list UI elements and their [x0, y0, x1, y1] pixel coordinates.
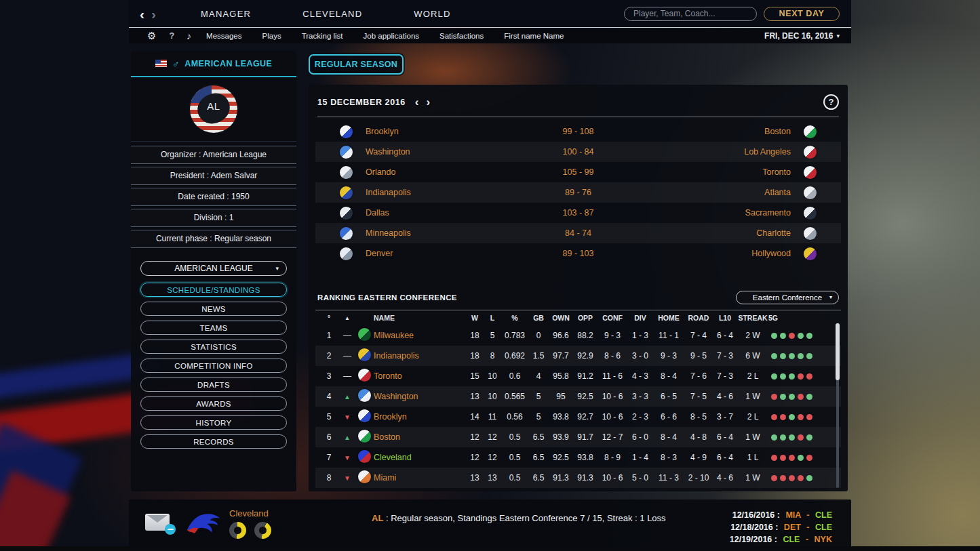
- messages-envelope-icon[interactable]: [145, 514, 170, 531]
- result-row[interactable]: Washington 100 - 84 Lob Angeles: [315, 142, 841, 162]
- usa-flag-icon: [155, 60, 167, 67]
- menu-item[interactable]: First name Name: [504, 32, 564, 40]
- next-day-button[interactable]: NEXT DAY: [764, 7, 840, 21]
- sidebar-menu-button[interactable]: SCHEDULE/STANDINGS: [140, 283, 287, 297]
- col-w[interactable]: W: [466, 314, 484, 322]
- current-date-label: FRI, DEC 16, 2016: [764, 31, 833, 41]
- sidebar-menu-button[interactable]: DRAFTS: [140, 377, 287, 392]
- search-input[interactable]: [624, 7, 757, 21]
- cleveland-team-logo[interactable]: [184, 510, 222, 538]
- settings-gear-icon[interactable]: ⚙: [147, 30, 156, 42]
- sidebar-menu-button[interactable]: RECORDS: [140, 434, 287, 449]
- trend-icon: ▼: [340, 413, 355, 421]
- game-result-dot: [798, 455, 804, 461]
- prev-day-icon[interactable]: ‹: [415, 96, 419, 108]
- sidebar-menu-button[interactable]: TEAMS: [140, 321, 287, 335]
- sidebar-menu-button[interactable]: AWARDS: [140, 396, 287, 411]
- standings-row[interactable]: 1 — Milwaukee 18 5 0.783 0 96.6 88.2 9 -…: [315, 325, 841, 346]
- sidebar-menu-button[interactable]: COMPETITION INFO: [140, 359, 287, 373]
- standings-row[interactable]: 4 ▲ Washington 13 10 0.565 5 95 92.5 10 …: [315, 386, 841, 407]
- col-pct[interactable]: %: [501, 314, 528, 322]
- cell-name: Miami: [374, 473, 466, 483]
- result-row[interactable]: Indianapolis 89 - 76 Atlanta: [315, 182, 841, 203]
- game-result-dot: [789, 455, 795, 461]
- nav-back-icon[interactable]: ‹: [140, 7, 144, 21]
- cell-home: 6 - 6: [653, 412, 684, 422]
- nav-forward-icon[interactable]: ›: [151, 7, 156, 21]
- col-opp[interactable]: OPP: [573, 314, 597, 322]
- last5-dots: [768, 455, 825, 461]
- cell-home: 9 - 3: [653, 351, 684, 361]
- col-l[interactable]: L: [484, 314, 501, 322]
- help-icon[interactable]: ?: [169, 31, 174, 41]
- scrollbar-thumb[interactable]: [836, 323, 840, 380]
- help-circle-icon[interactable]: ?: [823, 94, 839, 110]
- sidebar-menu: SCHEDULE/STANDINGS NEWS TEAMS STATISTICS…: [131, 283, 296, 449]
- cell-rank: 2: [318, 351, 340, 361]
- trend-icon: ▼: [340, 454, 355, 462]
- game-result-dot: [780, 455, 786, 461]
- game-result-dot: [771, 475, 777, 481]
- game-result-dot: [798, 333, 804, 339]
- col-gb[interactable]: GB: [528, 314, 549, 322]
- tab-regular-season[interactable]: REGULAR SEASON: [309, 54, 404, 75]
- top-tab[interactable]: MANAGER: [201, 9, 251, 19]
- menu-item[interactable]: Messages: [206, 32, 241, 40]
- result-row[interactable]: Denver 89 - 103 Hollywood: [315, 243, 841, 264]
- cell-pct: 0.56: [501, 412, 528, 422]
- standings-scrollbar[interactable]: [836, 323, 839, 488]
- sidebar-menu-button[interactable]: STATISTICS: [140, 340, 287, 354]
- upcoming-game-team: CLE: [815, 510, 832, 520]
- cell-own: 95.8: [549, 371, 573, 381]
- menu-item[interactable]: Plays: [262, 32, 281, 40]
- col-5g[interactable]: 5G: [768, 314, 825, 322]
- menu-item[interactable]: Satisfactions: [439, 32, 484, 40]
- chevron-down-icon: ▾: [829, 295, 832, 300]
- next-day-icon[interactable]: ›: [426, 96, 430, 108]
- game-result-dot: [780, 475, 786, 481]
- gauge-donut[interactable]: [254, 522, 271, 539]
- col-road[interactable]: ROAD: [684, 314, 713, 322]
- conference-select-value: Eastern Conference: [753, 293, 822, 302]
- league-select[interactable]: AMERICAN LEAGUE ▾: [140, 261, 287, 276]
- col-name[interactable]: NAME: [374, 314, 466, 322]
- col-streak[interactable]: STREAK: [737, 314, 768, 322]
- top-tab[interactable]: CLEVELAND: [302, 9, 362, 19]
- sidebar-menu-button[interactable]: NEWS: [140, 302, 287, 316]
- menu-item[interactable]: Job applications: [364, 32, 419, 40]
- current-date[interactable]: FRI, DEC 16, 2016 ▾: [764, 31, 840, 41]
- menu-item[interactable]: Tracking list: [302, 32, 343, 40]
- chevron-down-icon: ▾: [275, 266, 279, 272]
- sidebar-menu-button[interactable]: HISTORY: [140, 415, 287, 430]
- cell-logo: [355, 430, 374, 445]
- top-tab[interactable]: WORLD: [414, 9, 450, 19]
- cell-home: 11 - 3: [653, 473, 684, 483]
- cell-gb: 0: [528, 331, 549, 340]
- standings-row[interactable]: 8 ▼ Miami 13 13 0.5 6.5 91.3 91.3 10 - 6…: [315, 468, 841, 488]
- home-team-logo: [340, 186, 353, 199]
- result-row[interactable]: Dallas 103 - 87 Sacramento: [315, 203, 841, 223]
- col-home[interactable]: HOME: [653, 314, 684, 322]
- col-l10[interactable]: L10: [713, 314, 737, 322]
- cell-l: 13: [484, 473, 501, 483]
- standings-row[interactable]: 2 — Indianapolis 18 8 0.692 1.5 97.7 92.…: [315, 346, 841, 366]
- gauge-donut[interactable]: [229, 522, 246, 539]
- result-row[interactable]: Brooklyn 99 - 108 Boston: [315, 121, 841, 142]
- result-row[interactable]: Minneapolis 84 - 74 Charlotte: [315, 223, 841, 243]
- standings-row[interactable]: 7 ▼ Cleveland 12 12 0.5 6.5 92.5 93.8 8 …: [315, 447, 841, 468]
- standings-row[interactable]: 5 ▼ Brooklyn 14 11 0.56 5 93.8 92.7 10 -…: [315, 407, 841, 427]
- user-team-name[interactable]: Cleveland: [229, 508, 271, 518]
- away-team-name: Boston: [632, 127, 791, 136]
- cell-w: 14: [466, 412, 484, 422]
- result-row[interactable]: Orlando 105 - 99 Toronto: [315, 162, 841, 182]
- col-own[interactable]: OWN: [549, 314, 573, 322]
- game-result-dot: [771, 333, 777, 339]
- standings-row[interactable]: 6 ▲ Boston 12 12 0.5 6.5 93.9 91.7 12 - …: [315, 427, 841, 447]
- music-icon[interactable]: ♪: [187, 30, 191, 41]
- conference-select[interactable]: Eastern Conference ▾: [736, 291, 839, 304]
- cell-road: 8 - 5: [684, 412, 713, 422]
- col-div[interactable]: DIV: [627, 314, 653, 322]
- game-result-dot: [780, 394, 786, 400]
- col-conf[interactable]: CONF: [597, 314, 627, 322]
- standings-row[interactable]: 3 — Toronto 15 10 0.6 4 95.8 91.2 11 - 6…: [315, 366, 841, 386]
